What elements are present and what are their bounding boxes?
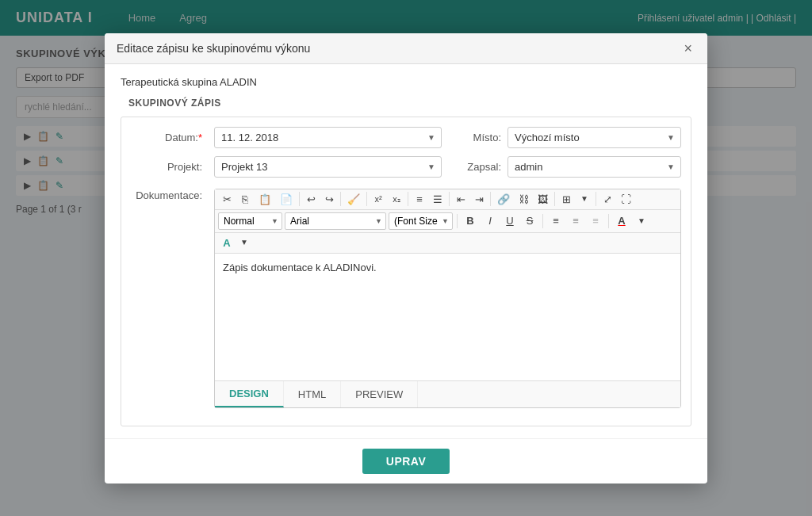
modal-body: Terapeutická skupina ALADIN SKUPINOVÝ ZÁ… [105,64,707,438]
fontsize-select[interactable]: (Font Size 8 10 12 14 16 [389,212,453,230]
color-dropdown-button[interactable]: ▼ [236,236,253,249]
font-select-wrapper[interactable]: Arial Times New Roman Courier New [285,212,386,230]
projekt-select[interactable]: Projekt 13 [214,156,442,178]
format-select[interactable]: Normal Heading 1 Heading 2 Heading 3 [218,212,282,230]
outdent-button[interactable]: ⇤ [452,192,469,207]
toolbar-separator [340,192,341,206]
strike-button[interactable]: S [521,213,538,228]
editor-content-area[interactable]: Zápis dokumentace k ALADINovi. [215,254,680,380]
maximize-button[interactable]: ⤢ [599,192,616,207]
toolbar-separator [542,214,543,228]
zapsal-label: Zapsal: [454,161,501,173]
misto-label: Místo: [454,132,501,143]
paste-button[interactable]: 📋 [255,192,275,207]
unlink-button[interactable]: ⛓ [515,192,533,207]
tab-design[interactable]: DESIGN [215,381,284,407]
datum-select[interactable]: 11. 12. 2018 [214,127,442,148]
cut-button[interactable]: ✂ [218,192,236,207]
modal-overlay: Editace zápisu ke skupinovému výkonu × T… [0,0,812,516]
toolbar-separator [449,192,450,206]
projekt-control: Projekt 13 [214,156,442,178]
datum-control: 11. 12. 2018 [214,127,442,148]
image-button[interactable]: 🖼 [534,192,552,207]
form-row-dokumentace: Dokumentace: ✂ ⎘ 📋 📄 ↩ ↪ [131,185,681,408]
tab-preview[interactable]: PREVIEW [341,381,418,407]
font-select[interactable]: Arial Times New Roman Courier New [285,212,386,230]
projekt-select-wrapper[interactable]: Projekt 13 [214,156,442,178]
misto-group: Místo: Výchozí místo [454,127,681,148]
modal-close-button[interactable]: × [680,41,695,55]
submit-button[interactable]: UPRAV [362,449,450,474]
datum-select-wrapper[interactable]: 11. 12. 2018 [214,127,442,148]
modal-footer: UPRAV [105,438,707,484]
unordered-list-button[interactable]: ☰ [429,192,446,207]
fullscreen-button[interactable]: ⛶ [617,192,635,207]
underline-button[interactable]: U [501,213,519,228]
link-button[interactable]: 🔗 [493,192,514,207]
form-row-datum-misto: Datum:* 11. 12. 2018 Místo: [131,127,681,148]
group-name-label: Terapeutická skupina ALADIN [121,76,691,88]
editor-container: ✂ ⎘ 📋 📄 ↩ ↪ 🧹 x² x [214,185,681,408]
editor-toolbar-row-3: A ▼ [215,233,680,254]
toolbar-separator [596,192,596,206]
section-title: SKUPINOVÝ ZÁPIS [121,97,691,109]
align-right-button[interactable]: ≡ [587,213,604,228]
misto-select-wrapper[interactable]: Výchozí místo [508,127,681,148]
paste-word-button[interactable]: 📄 [276,192,297,207]
dokumentace-label: Dokumentace: [131,185,202,201]
toolbar-separator [299,192,300,206]
redo-button[interactable]: ↪ [320,192,338,207]
italic-button[interactable]: I [481,213,499,228]
color-button[interactable]: A [613,213,630,228]
editor-toolbar-row-1: ✂ ⎘ 📋 📄 ↩ ↪ 🧹 x² x [215,189,680,210]
editor-tabs: DESIGN HTML PREVIEW [215,380,680,407]
modal-header: Editace zápisu ke skupinovému výkonu × [105,33,707,64]
clean-button[interactable]: 🧹 [343,192,364,207]
fontsize-select-wrapper[interactable]: (Font Size 8 10 12 14 16 [389,212,453,230]
modal-dialog: Editace zápisu ke skupinovému výkonu × T… [105,33,707,484]
toolbar-separator [608,214,609,228]
color-options-button[interactable]: ▼ [633,215,650,227]
zapsal-select-wrapper[interactable]: admin [508,156,681,178]
align-left-button[interactable]: ≡ [547,213,565,228]
datum-label: Datum:* [131,132,202,143]
table-options-button[interactable]: ▼ [576,193,593,205]
toolbar-separator [366,192,367,206]
zapsal-select[interactable]: admin [508,156,681,178]
indent-button[interactable]: ⇥ [470,192,488,207]
form-row-projekt-zapsal: Projekt: Projekt 13 Zapsal: admin [131,156,681,178]
copy-button[interactable]: ⎘ [236,192,254,207]
toolbar-separator [408,192,408,206]
subscript-button[interactable]: x₂ [388,193,405,206]
form-section: Datum:* 11. 12. 2018 Místo: [121,117,691,426]
projekt-label: Projekt: [131,161,202,173]
tab-html[interactable]: HTML [284,381,341,407]
superscript-button[interactable]: x² [370,193,387,206]
modal-title: Editace zápisu ke skupinovému výkonu [117,42,310,55]
format-select-wrapper[interactable]: Normal Heading 1 Heading 2 Heading 3 [218,212,282,230]
misto-select[interactable]: Výchozí místo [508,127,681,148]
toolbar-separator [554,192,555,206]
zapsal-group: Zapsal: admin [454,156,681,178]
bold-button[interactable]: B [462,213,479,228]
editor-toolbar-row-2: Normal Heading 1 Heading 2 Heading 3 Ari… [215,210,680,233]
toolbar-separator [457,214,458,228]
rich-text-editor: ✂ ⎘ 📋 📄 ↩ ↪ 🧹 x² x [214,189,681,408]
toolbar-separator [490,192,491,206]
undo-button[interactable]: ↩ [302,192,320,207]
ordered-list-button[interactable]: ≡ [411,192,428,207]
table-button[interactable]: ⊞ [557,192,575,207]
font-color-button[interactable]: A [218,235,236,250]
align-center-button[interactable]: ≡ [567,213,584,228]
